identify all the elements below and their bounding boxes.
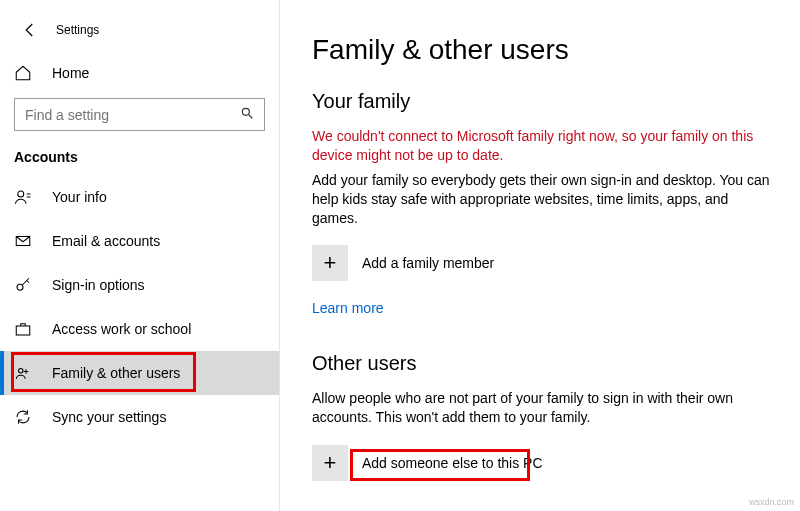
sidebar-item-sync-settings[interactable]: Sync your settings: [0, 395, 279, 439]
svg-point-5: [19, 369, 24, 374]
sidebar-section-label: Accounts: [0, 149, 279, 175]
home-icon: [14, 64, 32, 82]
sidebar: Settings Home Accounts Your info E: [0, 0, 280, 511]
search-input[interactable]: [25, 107, 225, 123]
page-title: Family & other users: [312, 34, 772, 66]
sidebar-item-label: Sync your settings: [52, 409, 166, 425]
sidebar-item-label: Family & other users: [52, 365, 180, 381]
svg-point-1: [18, 191, 24, 197]
other-users-desc: Allow people who are not part of your fa…: [312, 389, 772, 427]
sidebar-item-label: Your info: [52, 189, 107, 205]
sidebar-item-signin-options[interactable]: Sign-in options: [0, 263, 279, 307]
app-title: Settings: [56, 23, 99, 37]
learn-more-link[interactable]: Learn more: [312, 300, 384, 316]
svg-rect-4: [16, 326, 30, 335]
svg-point-0: [242, 108, 249, 115]
search-icon: [240, 106, 254, 123]
sidebar-item-label: Access work or school: [52, 321, 191, 337]
person-icon: [14, 188, 32, 206]
watermark: wsxdn.com: [749, 497, 794, 507]
sidebar-item-email-accounts[interactable]: Email & accounts: [0, 219, 279, 263]
add-family-member-button[interactable]: + Add a family member: [312, 245, 772, 281]
content-pane: Family & other users Your family We coul…: [280, 0, 800, 511]
sync-icon: [14, 408, 32, 426]
sidebar-item-your-info[interactable]: Your info: [0, 175, 279, 219]
sidebar-item-label: Sign-in options: [52, 277, 145, 293]
nav-home-label: Home: [52, 65, 89, 81]
sidebar-item-label: Email & accounts: [52, 233, 160, 249]
svg-point-3: [17, 284, 23, 290]
briefcase-icon: [14, 320, 32, 338]
family-error-text: We couldn't connect to Microsoft family …: [312, 127, 772, 165]
plus-icon: +: [312, 245, 348, 281]
key-icon: [14, 276, 32, 294]
other-users-heading: Other users: [312, 352, 772, 375]
sidebar-item-access-work-school[interactable]: Access work or school: [0, 307, 279, 351]
family-desc: Add your family so everybody gets their …: [312, 171, 772, 228]
people-icon: [14, 364, 32, 382]
sidebar-item-family-other-users[interactable]: Family & other users: [0, 351, 279, 395]
add-other-user-button[interactable]: + Add someone else to this PC: [312, 445, 772, 481]
add-family-label: Add a family member: [362, 255, 494, 271]
back-button[interactable]: [14, 14, 46, 46]
mail-icon: [14, 232, 32, 250]
nav-home[interactable]: Home: [0, 54, 279, 92]
family-heading: Your family: [312, 90, 772, 113]
add-other-label: Add someone else to this PC: [362, 455, 543, 471]
plus-icon: +: [312, 445, 348, 481]
search-input-wrap[interactable]: [14, 98, 265, 131]
